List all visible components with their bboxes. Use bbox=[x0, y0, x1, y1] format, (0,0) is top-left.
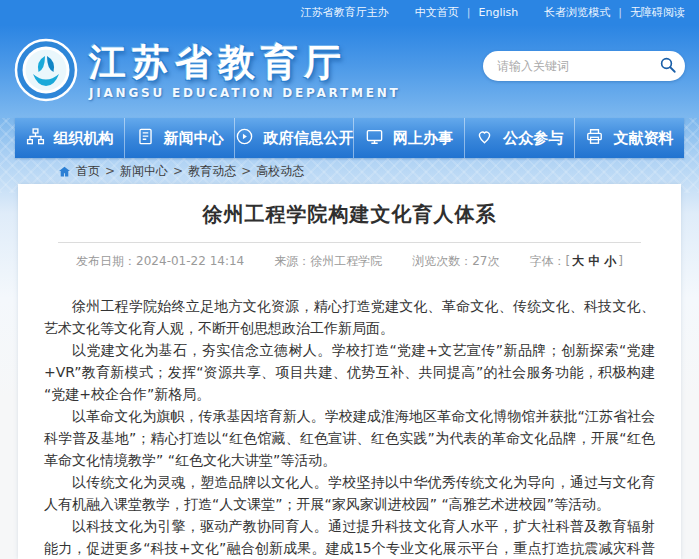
source-value: 徐州工程学院 bbox=[310, 254, 382, 268]
nav-item-documents[interactable]: 文献资料 bbox=[575, 118, 684, 158]
breadcrumb-university-trends[interactable]: 高校动态 bbox=[256, 163, 304, 180]
site-title: 江苏省教育厅 bbox=[89, 44, 401, 83]
org-chart-icon bbox=[26, 127, 45, 150]
article-title: 徐州工程学院构建文化育人体系 bbox=[44, 184, 655, 228]
nav-item-online-services[interactable]: 网上办事 bbox=[354, 118, 464, 158]
source-label: 来源： bbox=[274, 254, 310, 268]
font-size-control: 字体：[大中小] bbox=[530, 253, 623, 270]
site-header: 江苏省教育厅 JIANGSU EDUCATION DEPARTMENT bbox=[0, 25, 699, 118]
article-paragraph: 徐州工程学院始终立足地方文化资源，精心打造党建文化、革命文化、传统文化、科技文化… bbox=[44, 295, 655, 339]
printer-icon bbox=[585, 127, 604, 150]
nav-label: 公众参与 bbox=[503, 129, 563, 148]
article-body: 徐州工程学院始终立足地方文化资源，精心打造党建文化、革命文化、传统文化、科技文化… bbox=[44, 295, 655, 559]
article-paragraph: 以革命文化为旗帜，传承基因培育新人。学校建成淮海地区革命文化博物馆并获批“江苏省… bbox=[44, 405, 655, 471]
accessibility-link[interactable]: 无障碍阅读 bbox=[630, 5, 685, 20]
breadcrumb-separator: > bbox=[173, 164, 183, 178]
font-size-small-button[interactable]: 小 bbox=[604, 254, 616, 268]
heart-icon bbox=[475, 127, 494, 150]
views-value: 27次 bbox=[472, 254, 499, 268]
font-label: 字体： bbox=[530, 254, 566, 268]
site-logo[interactable]: 江苏省教育厅 JIANGSU EDUCATION DEPARTMENT bbox=[14, 38, 401, 106]
main-nav: 组织机构 新闻中心 政府信息公开 bbox=[15, 118, 684, 158]
search-button[interactable] bbox=[651, 51, 685, 81]
elder-mode-link[interactable]: 长者浏览模式 bbox=[544, 5, 610, 20]
nav-label: 政府信息公开 bbox=[263, 129, 353, 148]
nav-item-news[interactable]: 新闻中心 bbox=[125, 118, 235, 158]
top-utility-bar: 江苏省教育厅主办 中文首页 | English 长者浏览模式 | 无障碍阅读 bbox=[0, 0, 699, 25]
chinese-home-link[interactable]: 中文首页 bbox=[415, 5, 459, 20]
article-paragraph: 以科技文化为引擎，驱动产教协同育人。通过提升科技文化育人水平，扩大社科普及教育辐… bbox=[44, 515, 655, 559]
views-label: 浏览次数： bbox=[412, 254, 472, 268]
bracket-open: [ bbox=[566, 254, 571, 268]
nav-label: 网上办事 bbox=[393, 129, 453, 148]
monitor-icon bbox=[365, 127, 384, 150]
breadcrumb-edu-trends[interactable]: 教育动态 bbox=[188, 163, 236, 180]
publish-date-label: 发布日期： bbox=[76, 254, 136, 268]
search-box bbox=[483, 51, 685, 81]
nav-item-gov-info[interactable]: 政府信息公开 bbox=[235, 118, 354, 158]
publish-date: 发布日期：2024-01-22 14:14 bbox=[76, 253, 244, 270]
bracket-close: ] bbox=[618, 254, 623, 268]
article-paragraph: 以传统文化为灵魂，塑造品牌以文化人。学校坚持以中华优秀传统文化为导向，通过与文化… bbox=[44, 471, 655, 515]
search-input[interactable] bbox=[483, 59, 651, 73]
emblem-icon bbox=[14, 38, 78, 106]
article-paragraph: 以党建文化为基石，夯实信念立德树人。学校打造“党建+文艺宣传”新品牌；创新探索“… bbox=[44, 339, 655, 405]
article-container: 徐州工程学院构建文化育人体系 发布日期：2024-01-22 14:14 来源：… bbox=[18, 184, 681, 559]
search-icon bbox=[659, 56, 677, 77]
nav-label: 新闻中心 bbox=[164, 129, 224, 148]
home-icon bbox=[58, 165, 71, 178]
host-link[interactable]: 江苏省教育厅主办 bbox=[301, 5, 389, 20]
breadcrumb-home[interactable]: 首页 bbox=[76, 163, 100, 180]
font-size-large-button[interactable]: 大 bbox=[572, 254, 584, 268]
english-link[interactable]: English bbox=[479, 6, 519, 19]
info-circle-icon bbox=[235, 127, 254, 150]
divider: | bbox=[618, 6, 622, 19]
nav-item-organization[interactable]: 组织机构 bbox=[15, 118, 125, 158]
nav-item-public-participation[interactable]: 公众参与 bbox=[465, 118, 575, 158]
breadcrumb: 首页 > 新闻中心 > 教育动态 > 高校动态 bbox=[0, 158, 699, 184]
site-title-en: JIANGSU EDUCATION DEPARTMENT bbox=[89, 86, 401, 100]
view-count: 浏览次数：27次 bbox=[412, 253, 499, 270]
breadcrumb-separator: > bbox=[105, 164, 115, 178]
breadcrumb-separator: > bbox=[241, 164, 251, 178]
breadcrumb-news-center[interactable]: 新闻中心 bbox=[120, 163, 168, 180]
font-size-medium-button[interactable]: 中 bbox=[588, 254, 600, 268]
divider: | bbox=[467, 6, 471, 19]
article-source: 来源：徐州工程学院 bbox=[274, 253, 382, 270]
nav-label: 文献资料 bbox=[613, 129, 673, 148]
news-icon bbox=[136, 127, 155, 150]
publish-date-value: 2024-01-22 14:14 bbox=[136, 254, 244, 268]
article-meta: 发布日期：2024-01-22 14:14 来源：徐州工程学院 浏览次数：27次… bbox=[44, 243, 655, 270]
nav-label: 组织机构 bbox=[54, 129, 114, 148]
